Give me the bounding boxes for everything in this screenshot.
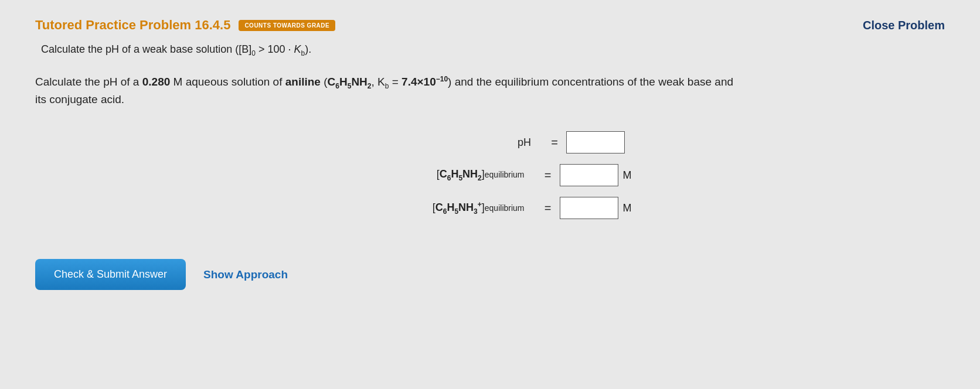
submit-button[interactable]: Check & Submit Answer (35, 259, 186, 290)
footer-actions: Check & Submit Answer Show Approach (35, 259, 945, 290)
kb-value: 7.4×10−10 (401, 76, 448, 88)
base-row: [C6H5NH2]equilibrium = M (349, 164, 632, 186)
close-problem-button[interactable]: Close Problem (863, 19, 945, 32)
acid-unit: M (623, 202, 632, 214)
problem-body: Calculate the pH of a 0.280 M aqueous so… (35, 74, 739, 108)
ph-label: pH (355, 137, 543, 149)
compound-formula: C6H5NH2 (328, 76, 372, 88)
acid-equals: = (536, 202, 560, 215)
ph-input-wrap (566, 131, 625, 153)
base-input-wrap: M (560, 164, 632, 186)
acid-input-wrap: M (560, 197, 632, 219)
counts-towards-grade-badge: COUNTS TOWARDS GRADE (239, 20, 335, 31)
problem-title: Tutored Practice Problem 16.4.5 (35, 18, 230, 33)
acid-label: [C6H5NH3+]equilibrium (349, 200, 536, 216)
ph-input[interactable] (566, 131, 625, 153)
page-container: Tutored Practice Problem 16.4.5 COUNTS T… (0, 0, 980, 389)
ph-equals: = (543, 136, 566, 149)
subtitle: Calculate the pH of a weak base solution… (41, 43, 945, 57)
base-unit: M (623, 169, 632, 182)
equations-section: pH = [C6H5NH2]equilibrium = M [C6H5NH3+]… (35, 131, 945, 230)
base-label: [C6H5NH2]equilibrium (349, 168, 536, 182)
acid-row: [C6H5NH3+]equilibrium = M (349, 197, 632, 219)
header: Tutored Practice Problem 16.4.5 COUNTS T… (35, 18, 945, 33)
base-equals: = (536, 169, 560, 182)
ph-row: pH = (355, 131, 625, 153)
header-left: Tutored Practice Problem 16.4.5 COUNTS T… (35, 18, 335, 33)
base-input[interactable] (560, 164, 618, 186)
concentration-value: 0.280 (142, 76, 171, 88)
acid-input[interactable] (560, 197, 618, 219)
compound-name: aniline (285, 76, 321, 88)
show-approach-button[interactable]: Show Approach (203, 268, 288, 281)
